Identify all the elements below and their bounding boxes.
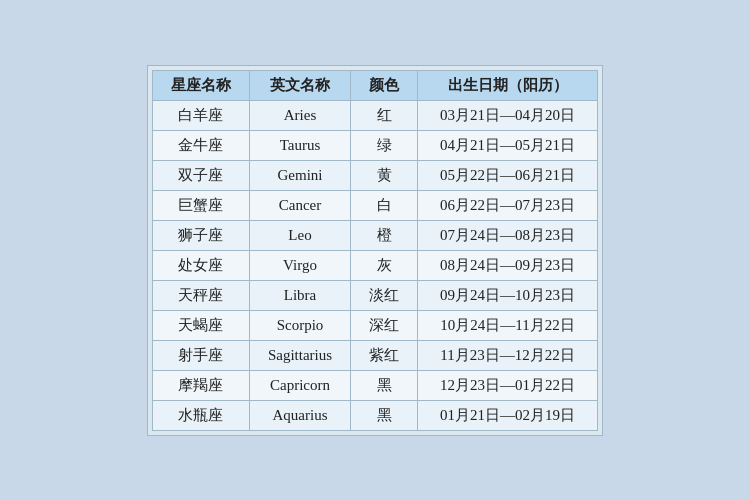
table-row: 狮子座Leo橙07月24日—08月23日 [152,220,597,250]
cell-english: Capricorn [249,370,350,400]
cell-chinese: 摩羯座 [152,370,249,400]
table-row: 天秤座Libra淡红09月24日—10月23日 [152,280,597,310]
cell-english: Leo [249,220,350,250]
cell-color: 深红 [351,310,418,340]
cell-chinese: 双子座 [152,160,249,190]
cell-color: 绿 [351,130,418,160]
cell-chinese: 处女座 [152,250,249,280]
cell-chinese: 白羊座 [152,100,249,130]
cell-english: Aries [249,100,350,130]
cell-color: 黄 [351,160,418,190]
cell-chinese: 水瓶座 [152,400,249,430]
cell-chinese: 射手座 [152,340,249,370]
cell-english: Gemini [249,160,350,190]
cell-date: 08月24日—09月23日 [418,250,598,280]
cell-date: 04月21日—05月21日 [418,130,598,160]
table-row: 天蝎座Scorpio深红10月24日—11月22日 [152,310,597,340]
zodiac-table-container: 星座名称 英文名称 颜色 出生日期（阳历） 白羊座Aries红03月21日—04… [147,65,603,436]
cell-date: 11月23日—12月22日 [418,340,598,370]
header-chinese: 星座名称 [152,70,249,100]
table-row: 射手座Sagittarius紫红11月23日—12月22日 [152,340,597,370]
cell-color: 黑 [351,370,418,400]
cell-color: 红 [351,100,418,130]
cell-date: 07月24日—08月23日 [418,220,598,250]
table-body: 白羊座Aries红03月21日—04月20日金牛座Taurus绿04月21日—0… [152,100,597,430]
cell-color: 黑 [351,400,418,430]
cell-chinese: 狮子座 [152,220,249,250]
table-row: 处女座Virgo灰08月24日—09月23日 [152,250,597,280]
cell-date: 12月23日—01月22日 [418,370,598,400]
cell-chinese: 天蝎座 [152,310,249,340]
cell-english: Scorpio [249,310,350,340]
header-color: 颜色 [351,70,418,100]
cell-color: 淡红 [351,280,418,310]
cell-color: 灰 [351,250,418,280]
cell-chinese: 天秤座 [152,280,249,310]
cell-english: Aquarius [249,400,350,430]
cell-color: 紫红 [351,340,418,370]
cell-english: Virgo [249,250,350,280]
cell-date: 09月24日—10月23日 [418,280,598,310]
zodiac-table: 星座名称 英文名称 颜色 出生日期（阳历） 白羊座Aries红03月21日—04… [152,70,598,431]
cell-date: 05月22日—06月21日 [418,160,598,190]
cell-date: 03月21日—04月20日 [418,100,598,130]
table-row: 水瓶座Aquarius黑01月21日—02月19日 [152,400,597,430]
table-row: 巨蟹座Cancer白06月22日—07月23日 [152,190,597,220]
cell-english: Cancer [249,190,350,220]
cell-chinese: 金牛座 [152,130,249,160]
table-row: 摩羯座Capricorn黑12月23日—01月22日 [152,370,597,400]
cell-chinese: 巨蟹座 [152,190,249,220]
cell-date: 01月21日—02月19日 [418,400,598,430]
header-english: 英文名称 [249,70,350,100]
table-row: 金牛座Taurus绿04月21日—05月21日 [152,130,597,160]
cell-english: Sagittarius [249,340,350,370]
table-header-row: 星座名称 英文名称 颜色 出生日期（阳历） [152,70,597,100]
table-row: 双子座Gemini黄05月22日—06月21日 [152,160,597,190]
header-date: 出生日期（阳历） [418,70,598,100]
table-row: 白羊座Aries红03月21日—04月20日 [152,100,597,130]
cell-date: 10月24日—11月22日 [418,310,598,340]
cell-english: Taurus [249,130,350,160]
cell-date: 06月22日—07月23日 [418,190,598,220]
cell-color: 白 [351,190,418,220]
cell-color: 橙 [351,220,418,250]
cell-english: Libra [249,280,350,310]
